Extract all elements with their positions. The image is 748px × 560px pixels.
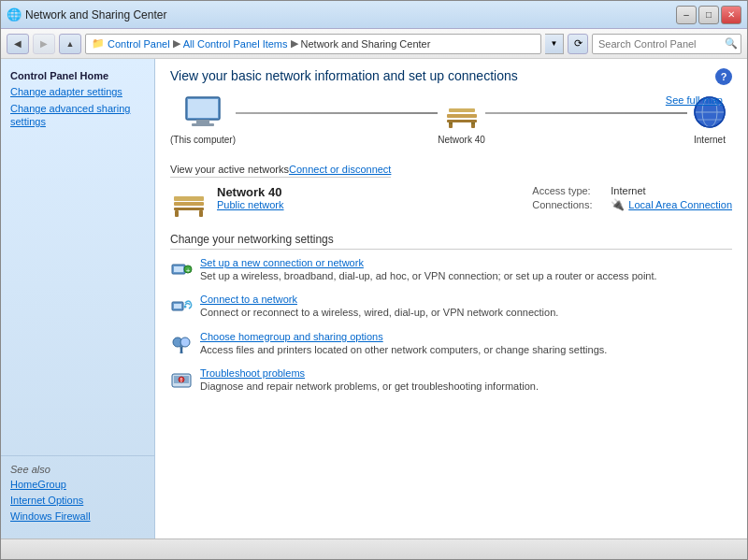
network-info: Network 40 Public network <box>217 185 504 210</box>
title-bar: 🌐 Network and Sharing Center – □ ✕ <box>1 1 747 29</box>
network-diagram: (This computer) <box>170 94 732 152</box>
sidebar-link-internet-options[interactable]: Internet Options <box>10 494 145 507</box>
content-header-row: View your basic network information and … <box>170 68 732 94</box>
svg-rect-10 <box>471 122 475 124</box>
setting-item-1: Connect to a network Connect or reconnec… <box>170 294 732 319</box>
setting-link-3[interactable]: Troubleshoot problems <box>200 367 539 379</box>
computer-icon <box>180 94 225 132</box>
network-icon <box>439 94 484 132</box>
setting-content-3: Troubleshoot problems Diagnose and repai… <box>200 367 539 393</box>
breadcrumb-dropdown[interactable]: ▼ <box>545 34 564 54</box>
connect-disconnect-link[interactable]: Connect or disconnect <box>289 164 391 175</box>
sidebar-link-homegroup[interactable]: HomeGroup <box>10 478 145 491</box>
setting-content-2: Choose homegroup and sharing options Acc… <box>200 331 607 356</box>
access-type-label: Access type: <box>532 185 607 196</box>
setting-desc-1: Connect or reconnect to a wireless, wire… <box>200 307 558 318</box>
up-button[interactable]: ▲ <box>59 34 81 54</box>
address-bar: ◀ ▶ ▲ 📁 Control Panel ▶ All Control Pane… <box>1 29 747 59</box>
help-button[interactable]: ? <box>715 68 732 85</box>
node-internet-label: Internet <box>694 135 726 145</box>
forward-button[interactable]: ▶ <box>33 34 55 54</box>
breadcrumb-all-items[interactable]: All Control Panel Items <box>183 38 288 50</box>
setting-item-0: + Set up a new connection or network Set… <box>170 257 732 282</box>
network-name: Network 40 <box>217 185 504 199</box>
setting-desc-0: Set up a wireless, broadband, dial-up, a… <box>200 270 657 281</box>
active-networks-section: View your active networks Connect or dis… <box>170 164 732 185</box>
setting-content-1: Connect to a network Connect or reconnec… <box>200 294 558 319</box>
network-bench-icon <box>170 187 208 222</box>
sidebar-title: Control Panel Home <box>10 70 145 81</box>
svg-point-30 <box>180 337 190 347</box>
svg-rect-3 <box>192 123 214 126</box>
network-entry: Network 40 Public network Access type: I… <box>170 185 732 222</box>
setting-desc-2: Access files and printers located on oth… <box>200 344 607 355</box>
breadcrumb-bar: 📁 Control Panel ▶ All Control Panel Item… <box>85 34 541 54</box>
search-input[interactable] <box>592 34 741 54</box>
svg-rect-20 <box>175 210 179 217</box>
svg-point-28 <box>184 306 187 309</box>
local-area-connection-link[interactable]: Local Area Connection <box>628 199 732 210</box>
setting-item-3: ! Troubleshoot problems Diagnose and rep… <box>170 367 732 393</box>
breadcrumb-current: Network and Sharing Center <box>301 38 431 50</box>
setting-link-0[interactable]: Set up a new connection or network <box>200 257 657 268</box>
sidebar-see-also: See also HomeGroup Internet Options Wind… <box>1 455 154 531</box>
node-computer: (This computer) <box>170 94 236 145</box>
svg-rect-4 <box>447 114 477 118</box>
setting-link-1[interactable]: Connect to a network <box>200 294 558 305</box>
close-button[interactable]: ✕ <box>721 6 741 24</box>
sidebar-link-firewall[interactable]: Windows Firewall <box>10 510 145 523</box>
setting-icon-1 <box>170 295 193 318</box>
connections-row: Connections: 🔌 Local Area Connection <box>532 198 732 211</box>
search-wrapper: 🔍 <box>592 34 741 54</box>
svg-text:+: + <box>186 266 191 275</box>
access-type-value: Internet <box>611 185 645 196</box>
svg-rect-27 <box>174 304 181 309</box>
svg-rect-17 <box>174 202 204 206</box>
maximize-button[interactable]: □ <box>698 6 719 24</box>
window-controls: – □ ✕ <box>676 6 741 24</box>
window: 🌐 Network and Sharing Center – □ ✕ ◀ ▶ ▲… <box>0 0 748 560</box>
setting-desc-3: Diagnose and repair network problems, or… <box>200 381 539 392</box>
sidebar: Control Panel Home Change adapter settin… <box>1 59 155 538</box>
window-title: Network and Sharing Center <box>25 8 166 22</box>
connection-icon: 🔌 <box>611 198 625 211</box>
change-settings-section: Change your networking settings + Set up… <box>170 233 732 393</box>
main-area: Control Panel Home Change adapter settin… <box>1 59 747 538</box>
svg-rect-2 <box>196 120 209 123</box>
network-access-info: Access type: Internet Connections: 🔌 Loc… <box>532 185 732 213</box>
refresh-button[interactable]: ⟳ <box>568 34 588 54</box>
access-type-row: Access type: Internet <box>532 185 732 196</box>
setting-icon-3: ! <box>170 369 193 392</box>
svg-rect-6 <box>449 108 475 112</box>
node-computer-label: (This computer) <box>170 135 236 145</box>
connections-label: Connections: <box>532 199 607 210</box>
change-settings-header: Change your networking settings <box>170 233 732 250</box>
sidebar-link-adapter[interactable]: Change adapter settings <box>10 85 145 98</box>
svg-text:!: ! <box>180 377 182 383</box>
setting-icon-0: + <box>170 259 193 281</box>
see-full-map-link[interactable]: See full map <box>666 94 723 106</box>
minimize-button[interactable]: – <box>676 6 697 24</box>
setting-link-2[interactable]: Choose homegroup and sharing options <box>200 331 607 342</box>
sidebar-section-main: Control Panel Home Change adapter settin… <box>1 66 154 140</box>
node-network: Network 40 <box>438 94 485 145</box>
svg-rect-18 <box>174 208 204 210</box>
status-bar <box>1 538 747 559</box>
line-1 <box>236 112 438 114</box>
setting-content-0: Set up a new connection or network Set u… <box>200 257 657 282</box>
line-2 <box>485 112 687 114</box>
setting-item-2: Choose homegroup and sharing options Acc… <box>170 331 732 356</box>
network-type-link[interactable]: Public network <box>217 199 504 210</box>
sidebar-link-advanced[interactable]: Change advanced sharing settings <box>10 101 145 130</box>
svg-rect-21 <box>199 210 203 217</box>
node-network-label: Network 40 <box>438 135 485 145</box>
active-networks-header: View your active networks <box>170 164 289 175</box>
page-title: View your basic network information and … <box>170 68 518 83</box>
svg-rect-1 <box>188 99 218 118</box>
setting-icon-2 <box>170 333 193 355</box>
svg-rect-23 <box>174 266 183 272</box>
svg-rect-5 <box>447 120 477 122</box>
back-button[interactable]: ◀ <box>7 34 29 54</box>
search-icon: 🔍 <box>725 37 738 50</box>
breadcrumb-control-panel[interactable]: Control Panel <box>108 38 170 50</box>
